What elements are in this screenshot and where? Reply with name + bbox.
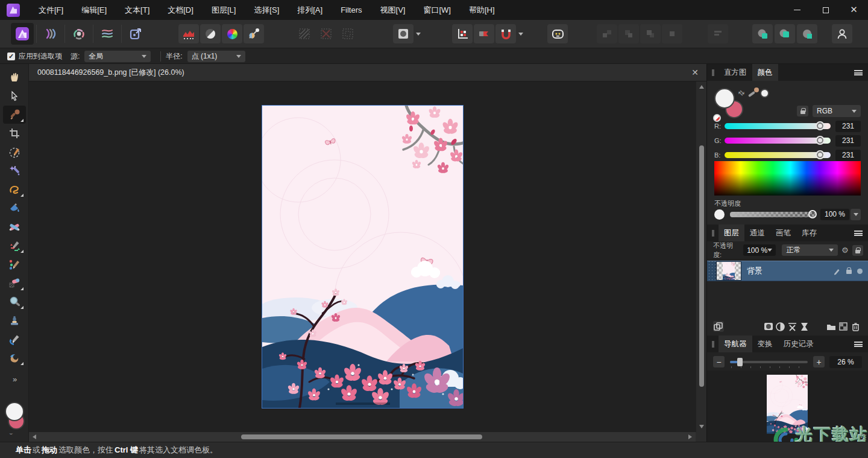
select-layer-button[interactable] [775, 24, 795, 43]
tab-brushes[interactable]: 画笔 [770, 224, 796, 241]
menu-edit[interactable]: 编辑[E] [72, 0, 116, 20]
color-mode-dropdown[interactable]: RGB [813, 105, 861, 117]
canvas-viewport[interactable] [29, 81, 696, 432]
horizontal-scroll-thumb[interactable] [241, 434, 482, 439]
radius-dropdown[interactable]: 点 (1x1) [187, 51, 245, 62]
layer-opacity-dropdown[interactable]: 100 % [743, 244, 776, 256]
panel-grip-icon[interactable] [712, 341, 714, 348]
picked-color-swatch[interactable] [760, 89, 769, 98]
new-group-button[interactable] [826, 321, 837, 332]
live-filter-button[interactable] [799, 321, 810, 332]
select-sample-layer-button[interactable] [752, 24, 773, 43]
menu-text[interactable]: 文本[T] [116, 0, 159, 20]
document-tab-close-icon[interactable]: ✕ [690, 68, 700, 77]
mask-layer-button[interactable] [763, 321, 774, 332]
color-picker-tool[interactable] [3, 106, 26, 124]
green-slider[interactable] [725, 138, 831, 144]
close-button[interactable]: ✕ [840, 0, 868, 20]
assistant-button[interactable] [547, 24, 568, 43]
tab-histogram[interactable]: 直方图 [719, 64, 752, 81]
adjustment-layer-button[interactable] [775, 321, 785, 332]
flood-select-tool[interactable] [3, 162, 26, 180]
menu-file[interactable]: 文件[F] [30, 0, 72, 20]
vertical-scrollbar[interactable] [696, 81, 706, 432]
layer-row-background[interactable]: 背景 [707, 261, 868, 281]
primary-color-swatch[interactable] [714, 88, 735, 109]
tab-layers[interactable]: 图层 [719, 224, 744, 241]
tab-transform[interactable]: 变换 [752, 336, 778, 352]
panel-menu-icon[interactable] [854, 342, 863, 347]
opacity-value[interactable]: 100 % [820, 209, 849, 220]
tab-navigator[interactable]: 导航器 [719, 336, 752, 352]
layer-visibility-toggle[interactable] [857, 269, 863, 274]
panel-grip-icon[interactable] [712, 69, 714, 76]
menu-help[interactable]: 帮助[H] [460, 0, 504, 20]
crop-tool[interactable] [3, 124, 26, 142]
document-tab-title[interactable]: 0008118446926569_b.png [已修改] (26.0%) [37, 68, 184, 78]
red-value[interactable]: 231 [835, 121, 861, 132]
tab-channels[interactable]: 通道 [744, 224, 770, 241]
dodge-burn-tool[interactable] [3, 218, 26, 236]
delete-layer-button[interactable] [850, 321, 861, 332]
auto-contrast-button[interactable] [200, 24, 221, 43]
liquify-persona-button[interactable] [39, 23, 62, 45]
scroll-up-arrow[interactable] [699, 85, 704, 89]
menu-layer[interactable]: 图层[L] [203, 0, 245, 20]
auto-white-balance-button[interactable] [244, 24, 264, 43]
red-slider[interactable] [725, 123, 831, 129]
menu-select[interactable]: 选择[S] [245, 0, 288, 20]
blue-slider[interactable] [725, 152, 831, 158]
erase-brush-tool[interactable] [3, 274, 26, 292]
undo-brush-tool[interactable] [3, 330, 26, 348]
layer-effects-button[interactable] [787, 321, 797, 332]
smudge-tool[interactable] [3, 349, 26, 367]
layer-name[interactable]: 背景 [741, 261, 833, 281]
source-dropdown[interactable]: 全局 [84, 51, 151, 62]
move-tool[interactable] [3, 87, 26, 105]
color-lock-icon[interactable] [797, 106, 808, 116]
auto-colors-button[interactable] [222, 24, 242, 43]
swap-colors-icon[interactable]: ⌣ [9, 430, 13, 437]
panel-menu-icon[interactable] [854, 231, 863, 236]
panel-menu-icon[interactable] [854, 70, 863, 75]
zoom-in-button[interactable]: + [813, 356, 825, 367]
panel-grip-icon[interactable] [712, 230, 714, 237]
scroll-right-arrow[interactable] [688, 434, 692, 439]
show-grid-button[interactable] [452, 24, 473, 43]
pixel-brush-tool[interactable] [3, 255, 26, 273]
auto-levels-button[interactable] [178, 24, 199, 43]
account-button[interactable] [832, 24, 852, 43]
quick-mask-caret[interactable] [414, 24, 423, 43]
tab-stock[interactable]: 库存 [796, 224, 822, 241]
green-value[interactable]: 231 [835, 135, 861, 147]
quick-mask-button[interactable] [393, 24, 414, 43]
color-spectrum[interactable] [714, 161, 861, 196]
zoom-value[interactable]: 26 % [829, 356, 862, 368]
export-persona-button[interactable] [124, 23, 147, 45]
menu-window[interactable]: 窗口[W] [414, 0, 460, 20]
tab-color[interactable]: 颜色 [752, 64, 778, 81]
menu-filters[interactable]: Filters [332, 0, 371, 20]
layer-lock-icon[interactable] [852, 245, 863, 256]
zoom-slider-thumb[interactable] [737, 358, 743, 366]
blend-mode-dropdown[interactable]: 正常 [782, 244, 838, 256]
navigator-preview[interactable]: 光下载站 www.xz7.com [707, 371, 868, 442]
snapping-caret[interactable] [516, 24, 526, 43]
view-tool[interactable] [3, 68, 26, 86]
color-replacement-brush-tool[interactable] [3, 237, 26, 255]
tone-mapping-persona-button[interactable] [96, 23, 119, 45]
blend-options-gear-icon[interactable]: ⚙ [841, 246, 849, 255]
color-picker-icon[interactable] [746, 87, 760, 101]
zoom-out-button[interactable]: − [713, 356, 725, 367]
transform-origin-button[interactable] [474, 24, 494, 43]
flood-fill-tool[interactable] [3, 199, 26, 217]
apply-to-selection-checkbox[interactable]: ✓ [7, 52, 15, 60]
layer-locked-icon[interactable] [846, 270, 852, 274]
tab-history[interactable]: 历史记录 [778, 336, 819, 352]
minimize-button[interactable] [783, 0, 811, 20]
layer-thumbnail[interactable] [716, 261, 741, 281]
swap-colors-icon[interactable]: ⇄ [737, 87, 747, 98]
selection-brush-tool[interactable] [3, 143, 26, 161]
blue-value[interactable]: 231 [835, 150, 861, 161]
horizontal-scrollbar[interactable] [29, 432, 696, 442]
